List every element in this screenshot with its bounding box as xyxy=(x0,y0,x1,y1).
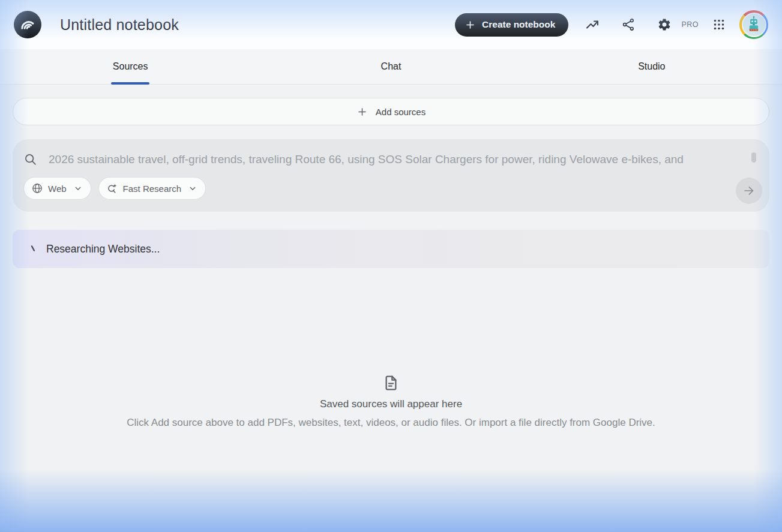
apps-grid-icon xyxy=(712,17,726,32)
empty-state-subtitle: Click Add source above to add PDFs, webs… xyxy=(13,417,769,429)
tab-studio[interactable]: Studio xyxy=(522,49,782,84)
sources-panel: Add sources Web xyxy=(0,85,782,532)
textarea-scrollbar[interactable] xyxy=(751,152,756,163)
chevron-down-icon xyxy=(73,183,83,194)
empty-state-title: Saved sources will appear here xyxy=(13,398,769,410)
discover-sources-box: Web Fast Research xyxy=(13,139,769,212)
source-scope-dropdown[interactable]: Web xyxy=(24,178,91,199)
chevron-down-icon xyxy=(187,183,198,194)
notebook-title[interactable]: Untitled notebook xyxy=(60,16,179,34)
research-mode-label: Fast Research xyxy=(123,184,182,194)
research-status-label: Researching Websites... xyxy=(46,243,160,256)
plus-icon xyxy=(356,106,368,118)
account-avatar[interactable] xyxy=(739,10,768,39)
tab-chat[interactable]: Chat xyxy=(260,49,521,84)
google-apps-button[interactable] xyxy=(707,13,731,37)
research-status-banner[interactable]: Researching Websites... xyxy=(13,230,769,268)
tab-sources[interactable]: Sources xyxy=(0,49,260,84)
avatar-robot-image xyxy=(742,13,766,37)
settings-button[interactable] xyxy=(652,13,676,37)
submit-search-button[interactable] xyxy=(736,178,762,204)
create-notebook-label: Create notebook xyxy=(482,19,555,30)
trending-up-icon xyxy=(585,17,600,32)
settings-gear-icon xyxy=(657,17,672,32)
panel-tabs: Sources Chat Studio xyxy=(0,49,782,85)
header-actions: Create notebook PRO xyxy=(455,10,768,39)
research-sparkle-icon xyxy=(106,182,118,194)
search-icon xyxy=(24,153,37,166)
share-button[interactable] xyxy=(616,13,640,37)
add-sources-label: Add sources xyxy=(376,107,426,117)
pro-badge: PRO xyxy=(681,20,699,29)
empty-sources-state: Saved sources will appear here Click Add… xyxy=(13,374,769,429)
create-notebook-button[interactable]: Create notebook xyxy=(455,13,568,37)
share-icon xyxy=(621,17,636,32)
notebooklm-logo-icon[interactable] xyxy=(14,11,41,38)
search-input[interactable] xyxy=(49,151,727,169)
search-row xyxy=(24,149,727,170)
plus-icon xyxy=(465,19,476,31)
research-mode-dropdown[interactable]: Fast Research xyxy=(99,178,206,199)
search-option-chips: Web Fast Research xyxy=(24,178,727,199)
spinner-icon xyxy=(29,245,38,254)
source-scope-label: Web xyxy=(48,184,67,194)
add-sources-button[interactable]: Add sources xyxy=(13,98,769,125)
globe-icon xyxy=(31,182,43,194)
analytics-button[interactable] xyxy=(580,13,604,37)
document-icon xyxy=(382,374,400,392)
app-header: Untitled notebook Create notebook PRO xyxy=(0,0,782,49)
arrow-right-icon xyxy=(742,184,756,197)
